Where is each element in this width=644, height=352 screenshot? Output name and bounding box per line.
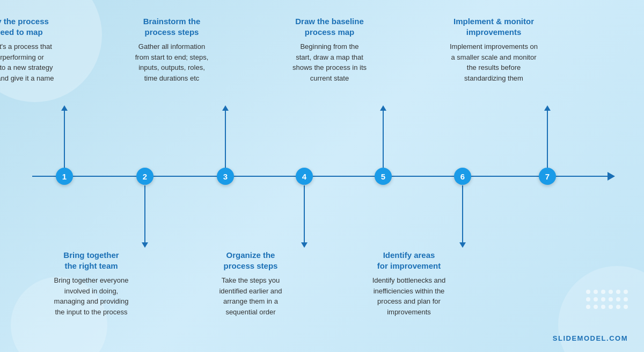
step-text-4: Organize theprocess steps Take the steps… [197,250,304,317]
step-4-title: Organize theprocess steps [197,250,304,271]
step-text-3: Brainstorm theprocess steps Gather all i… [118,16,225,83]
deco-dots [586,290,628,309]
vline-4 [304,185,305,245]
step-2-title: Bring togetherthe right team [38,250,145,271]
vline-arrow-3 [222,105,229,111]
vline-7 [547,109,548,168]
step-text-2: Bring togetherthe right team Bring toget… [38,250,145,317]
vline-arrow-1 [61,105,68,111]
step-5-title: Draw the baselineprocess map [276,16,383,37]
step-text-1: Identify the processyou need to map Whet… [0,16,64,83]
branding-label: SLIDEMODEL.COM [553,334,628,342]
vline-2 [144,185,145,245]
step-6-desc: Identify bottlenecks andinefficiencies w… [355,275,463,317]
timeline-line [32,176,612,177]
step-1-desc: Whether it's a process thatis underperfo… [0,41,64,83]
step-node-7: 7 [539,168,556,185]
vline-3 [225,109,226,168]
step-node-1: 1 [56,168,73,185]
vline-1 [64,109,65,168]
step-2-desc: Bring together everyoneinvolved in doing… [38,275,145,317]
background: 1 Identify the processyou need to map Wh… [0,0,644,352]
step-node-5: 5 [375,168,392,185]
vline-arrow-4 [301,242,308,248]
vline-arrow-2 [142,242,148,248]
step-node-4: 4 [296,168,313,185]
vline-6 [462,185,463,245]
step-4-desc: Take the steps youidentified earlier and… [197,275,304,317]
vline-arrow-6 [459,242,466,248]
timeline-arrow [608,172,615,181]
step-7-title: Implement & monitorimprovements [440,16,547,37]
step-3-title: Brainstorm theprocess steps [118,16,225,37]
step-6-title: Identify areasfor improvement [355,250,463,271]
step-text-6: Identify areasfor improvement Identify b… [355,250,463,317]
step-text-7: Implement & monitorimprovements Implemen… [440,16,547,83]
step-node-2: 2 [136,168,153,185]
step-7-desc: Implement improvements ona smaller scale… [440,41,547,83]
vline-5 [383,109,384,168]
step-5-desc: Beginning from thestart, draw a map that… [276,41,383,83]
vline-arrow-5 [380,105,386,111]
step-node-3: 3 [217,168,234,185]
step-1-title: Identify the processyou need to map [0,16,64,37]
vline-arrow-7 [544,105,551,111]
step-3-desc: Gather all informationfrom start to end;… [118,41,225,83]
step-node-6: 6 [454,168,471,185]
step-text-5: Draw the baselineprocess map Beginning f… [276,16,383,83]
